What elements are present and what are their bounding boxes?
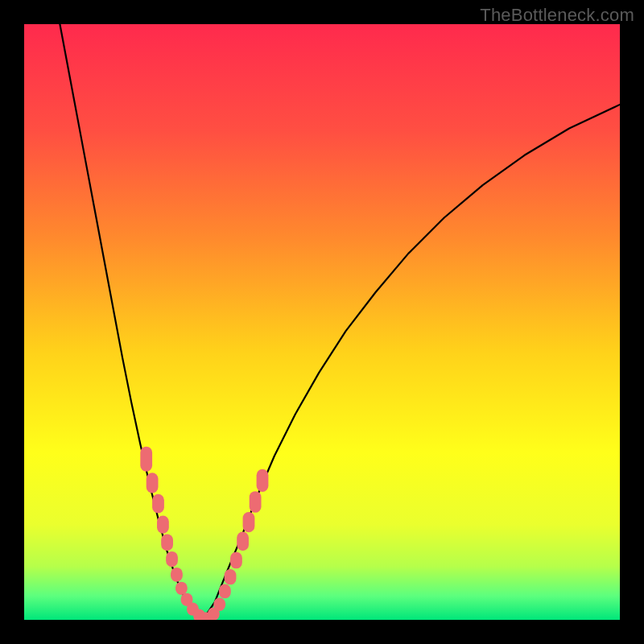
marker-dot (213, 598, 225, 611)
marker-dot (152, 494, 164, 514)
marker-dot (140, 447, 152, 472)
marker-dot (157, 516, 169, 534)
marker-dot (243, 512, 255, 532)
marker-dot (147, 473, 159, 493)
marker-dot (166, 551, 178, 567)
marker-dot (237, 531, 249, 551)
plot-area (24, 24, 620, 620)
series-left-curve (60, 24, 203, 620)
marker-dot (250, 491, 262, 513)
marker-dot (257, 469, 269, 492)
series-right-curve (203, 105, 620, 620)
marker-dot (219, 584, 231, 599)
chart-frame: TheBottleneck.com (0, 0, 644, 644)
curves-layer (24, 24, 620, 620)
marker-dot (171, 568, 183, 582)
marker-dot (161, 534, 173, 551)
marker-dot (225, 569, 237, 584)
watermark-text: TheBottleneck.com (480, 5, 634, 26)
marker-dot (230, 552, 242, 569)
marker-dot (175, 582, 188, 595)
